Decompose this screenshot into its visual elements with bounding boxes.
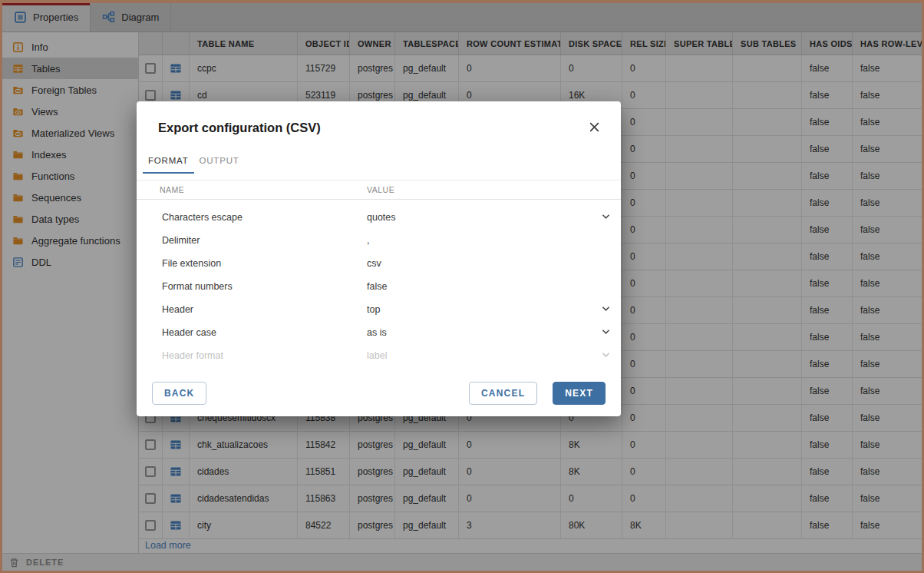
chevron-down-icon[interactable] [602, 329, 610, 335]
config-row-format-numbers: Format numbers false [137, 275, 621, 298]
config-name: Header format [137, 350, 367, 361]
dialog-title: Export configuration (CSV) [137, 101, 621, 135]
config-value[interactable]: , [367, 235, 621, 246]
config-grid-header: NAME VALUE [137, 180, 621, 200]
close-icon[interactable] [588, 121, 601, 134]
config-name: Header [137, 304, 367, 315]
config-name: Header case [137, 327, 367, 338]
config-value-header: VALUE [367, 185, 394, 194]
back-button[interactable]: BACK [152, 382, 206, 405]
config-row-delimiter: Delimiter , [137, 229, 621, 252]
config-rows: Characters escape quotesDelimiter ,File … [137, 200, 621, 363]
config-row-characters-escape: Characters escape quotes [137, 206, 621, 229]
config-name: File extension [137, 258, 367, 269]
cancel-button[interactable]: CANCEL [469, 382, 537, 405]
config-row-header-case: Header case as is [137, 321, 621, 344]
dialog-tab-format[interactable]: FORMAT [143, 156, 194, 174]
config-value[interactable]: csv [367, 258, 621, 269]
chevron-down-icon[interactable] [602, 214, 610, 220]
config-row-header: Header top [137, 298, 621, 321]
config-value[interactable]: as is [367, 327, 621, 338]
chevron-down-icon[interactable] [602, 352, 610, 358]
dialog-tab-output[interactable]: OUTPUT [194, 156, 245, 174]
config-value[interactable]: quotes [367, 212, 621, 223]
config-value[interactable]: false [367, 281, 621, 292]
chevron-down-icon[interactable] [602, 306, 610, 312]
next-button[interactable]: NEXT [553, 382, 606, 405]
config-value[interactable]: label [367, 350, 621, 361]
config-value[interactable]: top [367, 304, 621, 315]
dialog-footer: BACK CANCEL NEXT [137, 382, 621, 405]
dialog-tabs: FORMATOUTPUT [143, 156, 621, 174]
config-name: Delimiter [137, 235, 367, 246]
config-row-header-format: Header format label [137, 344, 621, 363]
config-row-file-extension: File extension csv [137, 252, 621, 275]
config-name: Characters escape [137, 212, 367, 223]
export-configuration-dialog: Export configuration (CSV) FORMATOUTPUT … [137, 101, 621, 416]
config-name: Format numbers [137, 281, 367, 292]
config-name-header: NAME [137, 185, 367, 194]
